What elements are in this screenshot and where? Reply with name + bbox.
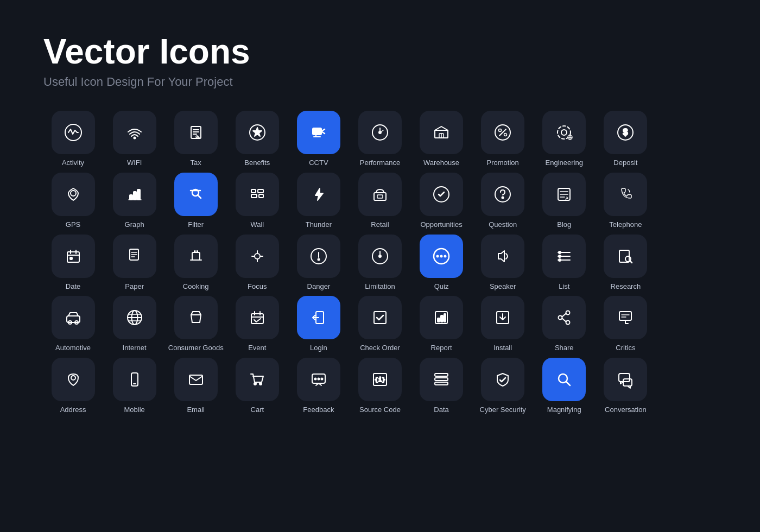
icon-box-login [297, 296, 340, 339]
icon-label-retail: Retail [371, 220, 389, 229]
icon-box-report [420, 296, 463, 339]
svg-rect-126 [189, 375, 202, 384]
icon-item-research[interactable]: Research [596, 235, 655, 291]
icon-item-promotion[interactable]: Promotion [473, 111, 533, 167]
icon-label-sourcecode: Source Code [359, 406, 401, 414]
icon-label-filter: Filter [188, 220, 204, 229]
icon-label-tax: Tax [191, 159, 201, 167]
icon-item-email[interactable]: Email [166, 358, 225, 414]
icon-item-thunder[interactable]: Thunder [289, 173, 348, 229]
icon-label-graph: Graph [125, 220, 144, 229]
icon-box-speaker [481, 235, 524, 278]
icon-box-internet [113, 296, 156, 339]
icon-item-cart[interactable]: Cart [227, 358, 287, 414]
icon-label-checkorder: Check Order [360, 344, 400, 352]
icon-item-checkorder[interactable]: Check Order [350, 296, 409, 352]
icon-item-telephone[interactable]: Telephone [596, 173, 655, 229]
svg-point-130 [314, 378, 316, 379]
icon-item-benefits[interactable]: Benefits [227, 111, 287, 167]
svg-rect-54 [67, 252, 79, 262]
icon-item-question[interactable]: Question [473, 173, 533, 229]
icon-item-gps[interactable]: GPS [43, 173, 103, 229]
icon-item-report[interactable]: Report [412, 296, 471, 352]
icon-item-critics[interactable]: Critics [596, 296, 655, 352]
icon-item-deposit[interactable]: $Deposit [596, 111, 655, 167]
icon-item-opportunities[interactable]: Opportunities [412, 173, 471, 229]
svg-point-116 [559, 316, 562, 320]
svg-rect-46 [374, 193, 386, 200]
icon-label-cooking: Cooking [183, 282, 209, 291]
icon-item-wall[interactable]: Wall [227, 173, 287, 229]
icon-item-activity[interactable]: Activity [43, 111, 103, 167]
icon-item-warehouse[interactable]: Warehouse [412, 111, 471, 167]
svg-text:$: $ [623, 128, 628, 137]
icon-box-opportunities [420, 173, 463, 216]
icon-label-share: Share [555, 344, 574, 352]
icon-item-blog[interactable]: Blog [535, 173, 594, 229]
icon-box-engineering [542, 111, 586, 154]
icon-item-engineering[interactable]: Engineering [535, 111, 594, 167]
icon-item-internet[interactable]: Internet [105, 296, 164, 352]
icon-item-magnifying[interactable]: Magnifying [535, 358, 594, 414]
icon-label-warehouse: Warehouse [423, 159, 459, 167]
icon-box-wifi [113, 111, 156, 154]
icon-box-limitation [358, 235, 402, 278]
svg-point-26 [561, 130, 567, 135]
icon-item-login[interactable]: Login [289, 296, 348, 352]
icon-item-automotive[interactable]: Automotive [43, 296, 103, 352]
icon-item-limitation[interactable]: Limitation [350, 235, 409, 291]
icon-item-speaker[interactable]: Speaker [473, 235, 533, 291]
icon-item-danger[interactable]: Danger [289, 235, 348, 291]
icon-item-quiz[interactable]: Quiz [412, 235, 471, 291]
icon-box-install [481, 296, 524, 339]
icon-box-retail [358, 173, 402, 216]
icon-item-data[interactable]: Data [412, 358, 471, 414]
icon-label-event: Event [248, 344, 266, 352]
svg-point-75 [318, 258, 319, 260]
svg-text:{i}: {i} [375, 376, 385, 383]
icon-item-graph[interactable]: Graph [105, 173, 164, 229]
icon-label-wifi: WIFI [127, 159, 142, 167]
icon-box-deposit: $ [604, 111, 647, 154]
icon-item-paper[interactable]: Paper [105, 235, 164, 291]
icon-box-filter [174, 173, 218, 216]
svg-rect-63 [192, 252, 200, 260]
icon-box-address [52, 358, 95, 401]
icon-item-sourcecode[interactable]: {i}Source Code [350, 358, 409, 414]
icon-box-research [604, 235, 647, 278]
icon-item-share[interactable]: Share [535, 296, 594, 352]
icon-box-cart [236, 358, 279, 401]
icon-item-filter[interactable]: Filter [166, 173, 225, 229]
icon-item-focus[interactable]: Focus [227, 235, 287, 291]
icon-item-address[interactable]: Address [43, 358, 103, 414]
icon-item-cooking[interactable]: Cooking [166, 235, 225, 291]
icon-item-mobile[interactable]: Mobile [105, 358, 164, 414]
icon-box-wall [236, 173, 279, 216]
icon-item-feedback[interactable]: Feedback [289, 358, 348, 414]
icon-box-quiz [420, 235, 463, 278]
icon-item-list[interactable]: List [535, 235, 594, 291]
icon-item-wifi[interactable]: WIFI [105, 111, 164, 167]
icon-item-retail[interactable]: Retail [350, 173, 409, 229]
icon-label-limitation: Limitation [365, 282, 395, 291]
icon-label-paper: Paper [125, 282, 144, 291]
svg-point-25 [504, 134, 507, 136]
icon-label-automotive: Automotive [55, 344, 91, 352]
icon-item-date[interactable]: Date [43, 235, 103, 291]
svg-rect-102 [251, 314, 263, 324]
icon-item-cybersecurity[interactable]: Cyber Security [473, 358, 533, 414]
icon-item-conversation[interactable]: Conversation [596, 358, 655, 414]
svg-rect-137 [435, 382, 448, 385]
svg-rect-58 [70, 257, 72, 259]
svg-line-39 [198, 195, 201, 198]
icon-box-thunder [297, 173, 340, 216]
icon-item-tax[interactable]: Tax [166, 111, 225, 167]
icon-item-install[interactable]: Install [473, 296, 533, 352]
icon-item-performance[interactable]: Performance [350, 111, 409, 167]
icon-box-cooking [174, 235, 218, 278]
icon-item-consumergoods[interactable]: Consumer Goods [166, 296, 225, 352]
icon-item-cctv[interactable]: CCTV [289, 111, 348, 167]
svg-point-24 [499, 129, 502, 132]
icon-label-focus: Focus [248, 282, 267, 291]
icon-item-event[interactable]: Event [227, 296, 287, 352]
